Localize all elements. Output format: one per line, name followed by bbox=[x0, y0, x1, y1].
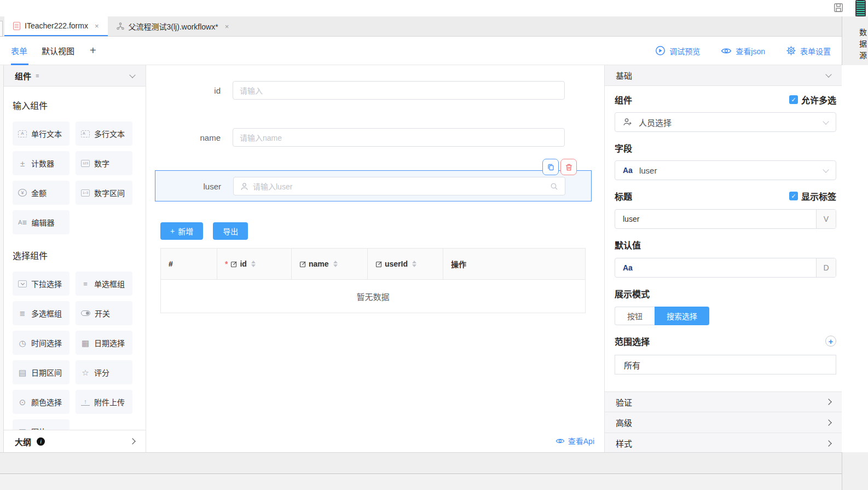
range-value-box[interactable]: 所有 bbox=[615, 355, 836, 374]
field-row-name[interactable]: name 请输入name bbox=[155, 128, 592, 147]
field-select[interactable]: Aa luser bbox=[615, 160, 836, 180]
palette-item-rich-editor[interactable]: A≣ 编辑器 bbox=[13, 210, 70, 234]
field-label: luser bbox=[155, 182, 221, 191]
add-row-button[interactable]: + 新增 bbox=[160, 222, 203, 240]
save-icon[interactable] bbox=[833, 2, 844, 13]
dynamic-suffix-button[interactable]: D bbox=[816, 258, 836, 277]
view-api-link[interactable]: 查看Api bbox=[555, 435, 594, 446]
palette-item-radio-group[interactable]: ≡ 单选框组 bbox=[76, 272, 132, 296]
chevron-right-icon bbox=[825, 440, 831, 446]
title-strip bbox=[0, 0, 868, 16]
debug-preview-button[interactable]: 调试预览 bbox=[655, 45, 700, 56]
rail-tab-datasource[interactable]: 数据源 bbox=[842, 21, 868, 70]
field-row-id[interactable]: id 请输入 bbox=[155, 81, 592, 100]
checkbox-group-icon: ≣ bbox=[18, 310, 27, 317]
section-advanced[interactable]: 高级 bbox=[605, 412, 842, 433]
close-icon[interactable]: × bbox=[95, 22, 99, 30]
radio-group-icon: ≡ bbox=[81, 280, 90, 287]
number-icon: 123 bbox=[81, 160, 90, 167]
search-icon bbox=[550, 182, 558, 191]
palette-item-checkbox-group[interactable]: ≣ 多选框组 bbox=[13, 301, 70, 325]
sort-caret[interactable] bbox=[333, 261, 338, 267]
palette-item-color-picker[interactable]: ⊙ 颜色选择 bbox=[13, 390, 70, 414]
form-settings-button[interactable]: 表单设置 bbox=[786, 45, 831, 56]
id-input-preview[interactable]: 请输入 bbox=[233, 81, 565, 100]
name-input-preview[interactable]: 请输入name bbox=[233, 128, 565, 147]
palette-item-date-range[interactable]: ▤ 日期区间 bbox=[13, 360, 70, 384]
tab-form-view[interactable]: 表单 bbox=[11, 37, 27, 65]
palette-item-counter[interactable]: ± 计数器 bbox=[13, 151, 70, 175]
left-edge-gutter bbox=[0, 65, 4, 452]
field-row-label: 字段 bbox=[615, 142, 836, 154]
chevron-down-icon bbox=[823, 118, 829, 124]
rate-star-icon: ☆ bbox=[81, 368, 90, 377]
variable-suffix-button[interactable]: V bbox=[816, 210, 836, 228]
select-components-grid: 下拉选择 ≡ 单选框组 ≣ 多选框组 开关 ◷ 时间选择 ▦ bbox=[13, 272, 146, 443]
col-id[interactable]: * id bbox=[217, 249, 292, 279]
selected-component-luser[interactable]: luser 请输入luser bbox=[155, 170, 592, 201]
delete-component-button[interactable] bbox=[560, 159, 577, 175]
export-button[interactable]: 导出 bbox=[213, 222, 248, 240]
date-range-icon: ▤ bbox=[18, 368, 27, 377]
palette-header[interactable]: 组件 ≡ bbox=[4, 65, 146, 87]
form-designer-app: ITeacher222.formx × 父流程测试3(lj).workflowx… bbox=[0, 0, 868, 490]
chevron-right-icon bbox=[825, 419, 831, 425]
dropdown-select-icon bbox=[18, 280, 27, 287]
footer-strip-lower bbox=[0, 475, 842, 490]
collapsed-sections: 验证 高级 样式 bbox=[605, 391, 842, 454]
palette-item-number[interactable]: 123 数字 bbox=[76, 151, 132, 175]
col-userid[interactable]: userId bbox=[368, 249, 443, 279]
play-circle-icon bbox=[655, 45, 666, 56]
view-json-button[interactable]: 查看json bbox=[721, 45, 765, 56]
component-row-label: 组件 ✓ 允许多选 bbox=[615, 94, 836, 106]
field-row-luser[interactable]: luser 请输入luser bbox=[155, 177, 592, 195]
checkbox-checked-icon[interactable]: ✓ bbox=[789, 192, 798, 200]
add-range-button[interactable]: + bbox=[825, 336, 836, 347]
section-title-select-components: 选择组件 bbox=[13, 249, 146, 262]
luser-input-preview[interactable]: 请输入luser bbox=[233, 177, 565, 195]
tab-default-view[interactable]: 默认视图 bbox=[42, 37, 74, 65]
multi-select-checkbox-group[interactable]: ✓ 允许多选 bbox=[789, 93, 836, 106]
palette-item-attachment-upload[interactable]: ↑ 附件上传 bbox=[76, 390, 132, 414]
sort-caret[interactable] bbox=[251, 261, 256, 267]
col-name[interactable]: name bbox=[292, 249, 368, 279]
display-mode-row-label: 展示模式 bbox=[615, 287, 836, 299]
file-tab-bar: ITeacher222.formx × 父流程测试3(lj).workflowx… bbox=[0, 16, 842, 37]
rich-editor-icon: A≣ bbox=[18, 220, 27, 226]
component-palette: 组件 ≡ 输入组件 A 单行文本 A 多行文本 ± 计数器 bbox=[4, 65, 146, 452]
palette-item-date-picker[interactable]: ▦ 日期选择 bbox=[76, 331, 132, 355]
counter-icon: ± bbox=[18, 159, 27, 168]
outline-bar[interactable]: 大纲 i bbox=[4, 430, 146, 452]
section-validation[interactable]: 验证 bbox=[605, 391, 842, 412]
mode-button-option[interactable]: 按钮 bbox=[615, 307, 655, 325]
show-label-checkbox-group[interactable]: ✓ 显示标签 bbox=[789, 189, 836, 203]
add-view-button[interactable]: + bbox=[90, 44, 96, 57]
hamburger-icon: ≡ bbox=[36, 72, 39, 79]
palette-item-number-range[interactable]: 1~3 数字区间 bbox=[76, 181, 132, 205]
palette-item-time-picker[interactable]: ◷ 时间选择 bbox=[13, 331, 70, 355]
palette-item-switch[interactable]: 开关 bbox=[76, 301, 132, 325]
palette-item-single-line-text[interactable]: A 单行文本 bbox=[13, 122, 70, 146]
section-style[interactable]: 样式 bbox=[605, 433, 842, 454]
palette-item-rate[interactable]: ☆ 评分 bbox=[76, 360, 132, 384]
close-icon[interactable]: × bbox=[225, 22, 229, 31]
palette-item-amount[interactable]: ¥ 金额 bbox=[13, 181, 70, 205]
component-type-select[interactable]: 人员选择 bbox=[615, 112, 836, 132]
default-value-input[interactable] bbox=[633, 263, 816, 272]
table-empty-state: 暂无数据 bbox=[161, 280, 585, 313]
checkbox-checked-icon[interactable]: ✓ bbox=[789, 95, 798, 104]
inspector-header-basic[interactable]: 基础 bbox=[605, 65, 842, 86]
tab-formx-file[interactable]: ITeacher222.formx × bbox=[4, 16, 108, 36]
chevron-down-icon[interactable] bbox=[129, 72, 135, 78]
chevron-down-icon bbox=[825, 71, 831, 77]
person-icon bbox=[240, 182, 248, 191]
palette-item-dropdown-select[interactable]: 下拉选择 bbox=[13, 272, 70, 296]
copy-component-button[interactable] bbox=[542, 159, 559, 175]
sort-caret[interactable] bbox=[412, 261, 416, 267]
tab-workflow-file[interactable]: 父流程测试3(lj).workflowx* × bbox=[108, 16, 238, 36]
palette-item-multi-line-text[interactable]: A 多行文本 bbox=[76, 122, 132, 146]
palette-title: 组件 bbox=[15, 70, 31, 82]
mode-search-select-option[interactable]: 搜索选择 bbox=[655, 307, 709, 325]
input-components-grid: A 单行文本 A 多行文本 ± 计数器 123 数字 ¥ 金额 bbox=[13, 122, 146, 234]
title-input[interactable] bbox=[615, 215, 816, 223]
